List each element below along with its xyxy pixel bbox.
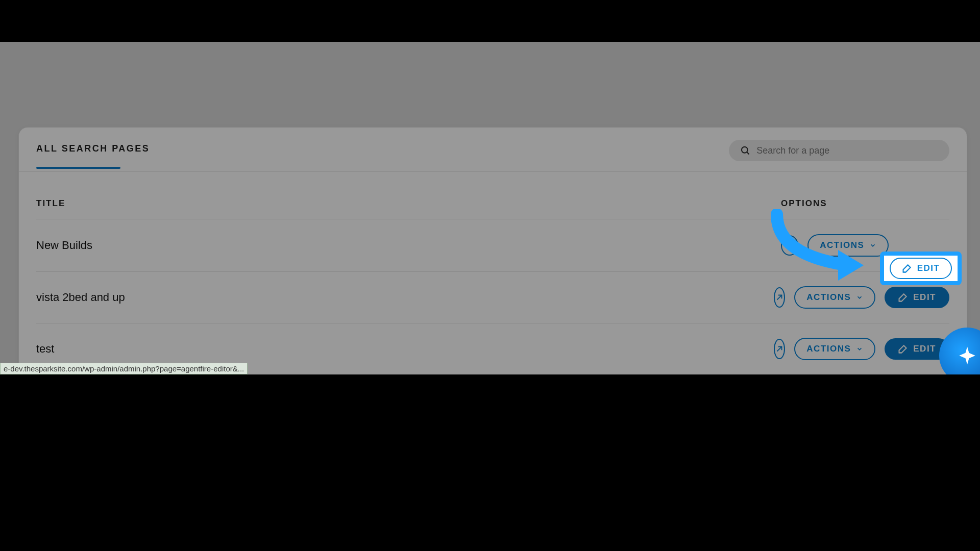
svg-line-1 bbox=[747, 152, 749, 154]
svg-line-2 bbox=[788, 243, 792, 248]
edit-label: EDIT bbox=[913, 344, 936, 354]
row-title: New Builds bbox=[36, 239, 781, 252]
letterbox-bottom bbox=[0, 374, 980, 551]
svg-line-5 bbox=[777, 347, 782, 352]
actions-button[interactable]: ACTIONS bbox=[794, 338, 875, 360]
row-title: test bbox=[36, 342, 781, 356]
highlight-edit-callout: EDIT bbox=[880, 252, 962, 285]
edit-button-highlighted[interactable]: EDIT bbox=[890, 258, 952, 279]
search-input[interactable] bbox=[756, 145, 938, 156]
chevron-down-icon bbox=[869, 242, 876, 249]
pencil-icon bbox=[902, 263, 912, 273]
card-header: ALL SEARCH PAGES bbox=[19, 128, 967, 172]
sparkle-icon bbox=[957, 345, 978, 366]
search-wrap[interactable] bbox=[729, 140, 949, 161]
edit-button[interactable]: EDIT bbox=[885, 287, 949, 308]
chevron-down-icon bbox=[856, 294, 863, 301]
edit-label: EDIT bbox=[913, 292, 936, 303]
svg-line-3 bbox=[777, 295, 782, 300]
pencil-icon bbox=[898, 344, 908, 354]
svg-point-0 bbox=[742, 147, 748, 153]
status-url-tooltip: e-dev.thesparksite.com/wp-admin/admin.ph… bbox=[0, 363, 248, 374]
search-icon bbox=[740, 145, 750, 156]
actions-label: ACTIONS bbox=[806, 344, 851, 354]
table-header: TITLE OPTIONS bbox=[36, 198, 949, 219]
external-link-icon bbox=[785, 241, 794, 250]
actions-button[interactable]: ACTIONS bbox=[794, 286, 875, 309]
row-title: vista 2bed and up bbox=[36, 291, 781, 304]
row-options: ACTIONS EDIT bbox=[781, 338, 949, 360]
table-row: vista 2bed and up ACTIONS EDIT bbox=[36, 272, 949, 323]
open-link-button[interactable] bbox=[774, 287, 785, 308]
chevron-down-icon bbox=[856, 345, 863, 353]
open-link-button[interactable] bbox=[774, 339, 785, 359]
actions-label: ACTIONS bbox=[820, 240, 864, 251]
edit-label: EDIT bbox=[917, 263, 940, 273]
column-header-title: TITLE bbox=[36, 198, 781, 209]
external-link-icon bbox=[775, 344, 784, 354]
tab-underline bbox=[36, 167, 120, 169]
open-link-button[interactable] bbox=[781, 235, 798, 256]
pencil-icon bbox=[898, 292, 908, 303]
row-options: ACTIONS EDIT bbox=[781, 286, 949, 309]
actions-button[interactable]: ACTIONS bbox=[807, 234, 889, 257]
external-link-icon bbox=[775, 293, 784, 302]
tab-label: ALL SEARCH PAGES bbox=[36, 143, 150, 154]
column-header-options: OPTIONS bbox=[781, 198, 949, 209]
actions-label: ACTIONS bbox=[806, 292, 851, 303]
table: TITLE OPTIONS New Builds ACTIONS EDIT bbox=[19, 172, 967, 375]
tab-all-search-pages[interactable]: ALL SEARCH PAGES bbox=[36, 143, 150, 168]
table-row: New Builds ACTIONS EDIT bbox=[36, 219, 949, 272]
